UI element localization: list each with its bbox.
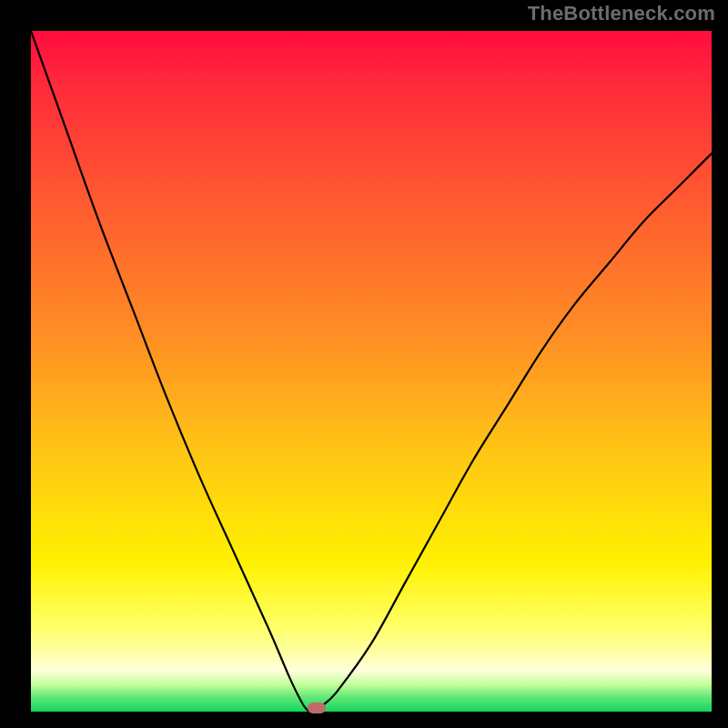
chart-frame bbox=[15, 15, 713, 713]
watermark-text: TheBottleneck.com bbox=[528, 2, 715, 25]
optimal-point-marker bbox=[308, 703, 326, 713]
chart-plot-area bbox=[31, 31, 712, 712]
bottleneck-curve bbox=[31, 31, 712, 712]
